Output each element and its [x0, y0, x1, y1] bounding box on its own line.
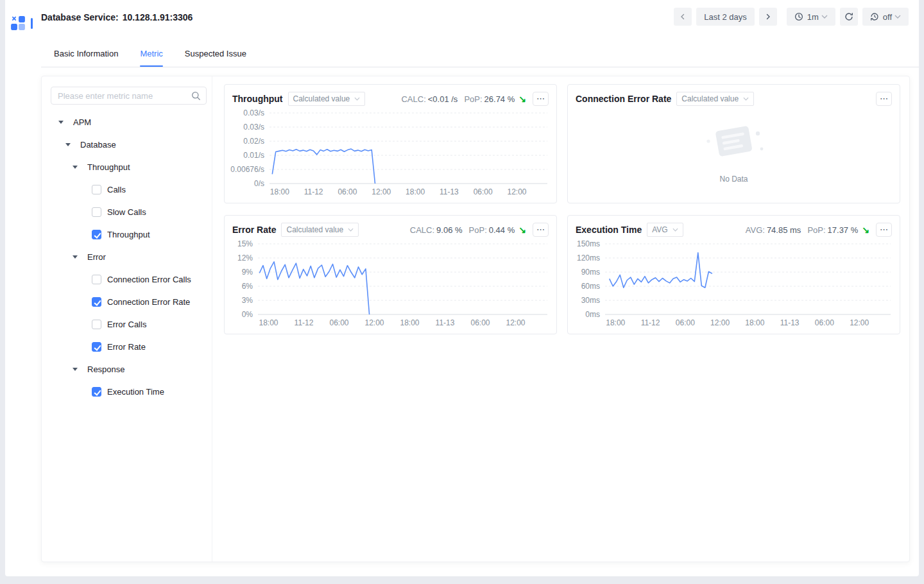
chevron-down-icon [672, 228, 678, 232]
caret-down-icon[interactable] [73, 166, 78, 169]
next-time-button[interactable] [759, 8, 777, 26]
tree-branch-response[interactable]: Response [42, 358, 212, 381]
svg-text:0.00676/s: 0.00676/s [230, 165, 264, 174]
page-title: Database Service:10.128.1.91:3306 [41, 12, 193, 22]
aggregation-select[interactable]: Calculated value [281, 223, 359, 237]
tree-label: Connection Error Calls [107, 275, 191, 284]
tree-item-error-rate[interactable]: Error Rate [42, 336, 212, 358]
svg-text:18:00: 18:00 [606, 318, 625, 327]
caret-down-icon[interactable] [58, 121, 64, 124]
card-header: Throughput Calculated value CALC:<0.01 /… [232, 91, 549, 107]
tree-item-slow-calls[interactable]: Slow Calls [42, 201, 212, 223]
ellipsis-icon: ⋯ [536, 94, 545, 103]
tab-suspected-issue[interactable]: Suspected Issue [185, 41, 246, 67]
tree-branch-apm[interactable]: APM [42, 111, 212, 133]
checkbox-throughput[interactable] [92, 230, 101, 239]
card-title: Throughput [232, 94, 283, 104]
tree-label: Database [80, 140, 116, 150]
chevron-left-icon [679, 13, 687, 21]
tree-item-error-calls[interactable]: Error Calls [42, 313, 212, 336]
svg-text:12:00: 12:00 [372, 187, 391, 196]
card-menu-button[interactable]: ⋯ [876, 223, 892, 237]
card-menu-button[interactable]: ⋯ [533, 223, 549, 237]
chevron-down-icon [894, 15, 901, 19]
card-menu-button[interactable]: ⋯ [533, 92, 549, 106]
tree-label: Connection Error Rate [107, 297, 190, 307]
svg-text:0.01/s: 0.01/s [243, 151, 264, 160]
tab-metric[interactable]: Metric [140, 41, 162, 67]
svg-text:11-13: 11-13 [440, 187, 459, 196]
svg-text:18:00: 18:00 [270, 187, 289, 196]
caret-down-icon[interactable] [73, 368, 78, 371]
chevron-down-icon [348, 228, 354, 232]
auto-refresh-icon [870, 12, 879, 21]
svg-text:06:00: 06:00 [815, 318, 834, 327]
ellipsis-icon: ⋯ [536, 225, 545, 234]
caret-down-icon[interactable] [73, 255, 78, 259]
tree-item-connection-error-rate[interactable]: Connection Error Rate [42, 291, 212, 313]
aggregation-select[interactable]: Calculated value [676, 92, 754, 106]
error-rate-chart: 0%3%6%9%12%15%18:0011-1206:0012:0018:001… [228, 239, 550, 329]
checkbox-slow-calls[interactable] [92, 207, 101, 217]
trend-down-icon: ↘ [518, 94, 526, 104]
tree-label: Error Calls [107, 320, 146, 329]
tree-branch-throughput[interactable]: Throughput [42, 156, 212, 178]
card-header: Connection Error Rate Calculated value ⋯ [576, 91, 892, 107]
card-header: Execution Time AVG AVG:74.85 ms PoP:17.3… [576, 222, 892, 237]
tree-label: APM [73, 117, 91, 127]
tree-label: Calls [107, 185, 126, 194]
tree-branch-database[interactable]: Database [42, 133, 212, 156]
app-logo-icon[interactable] [10, 15, 26, 31]
no-data-illustration [697, 121, 771, 168]
search-input[interactable] [51, 87, 206, 104]
svg-text:0%: 0% [242, 310, 253, 319]
checkbox-execution-time[interactable] [92, 387, 101, 397]
svg-text:11-12: 11-12 [304, 187, 323, 196]
checkbox-connection-error-calls[interactable] [92, 275, 101, 284]
interval-select[interactable]: 1m [787, 8, 835, 26]
caret-down-icon[interactable] [65, 143, 71, 146]
svg-text:06:00: 06:00 [470, 318, 490, 327]
card-header: Error Rate Calculated value CALC:9.06 % … [232, 222, 549, 237]
svg-text:0.02/s: 0.02/s [243, 137, 264, 146]
checkbox-error-calls[interactable] [92, 320, 101, 329]
metric-tree: APMDatabaseThroughputCallsSlow CallsThro… [42, 111, 212, 403]
svg-text:18:00: 18:00 [745, 318, 764, 327]
tree-item-throughput[interactable]: Throughput [42, 223, 212, 246]
chevron-right-icon [764, 13, 772, 21]
refresh-button[interactable] [840, 8, 858, 26]
tree-branch-error[interactable]: Error [42, 246, 212, 268]
auto-refresh-select[interactable]: off [862, 8, 909, 26]
tree-label: Throughput [107, 230, 150, 239]
svg-text:11-12: 11-12 [295, 318, 314, 327]
service-label: Database Service: [41, 12, 119, 22]
tree-label: Slow Calls [107, 207, 146, 217]
tree-label: Error Rate [107, 342, 146, 352]
execution-time-chart: 0ms30ms60ms90ms120ms150ms18:0011-1206:00… [572, 239, 893, 329]
checkbox-calls[interactable] [92, 185, 101, 194]
tree-item-connection-error-calls[interactable]: Connection Error Calls [42, 268, 212, 291]
svg-text:12:00: 12:00 [507, 187, 526, 196]
svg-text:3%: 3% [242, 296, 253, 305]
tree-item-calls[interactable]: Calls [42, 178, 212, 201]
aggregation-select[interactable]: AVG [647, 223, 683, 237]
prev-time-button[interactable] [674, 8, 692, 26]
checkbox-error-rate[interactable] [92, 342, 101, 352]
time-range-button[interactable]: Last 2 days [696, 8, 755, 26]
throughput-chart: 0/s0.00676/s0.01/s0.02/s0.03/s0.03/s18:0… [228, 108, 550, 198]
card-menu-button[interactable]: ⋯ [876, 92, 892, 106]
card-title: Error Rate [232, 225, 276, 235]
aggregation-select[interactable]: Calculated value [288, 92, 366, 106]
svg-text:0ms: 0ms [585, 310, 600, 319]
charts-grid: Throughput Calculated value CALC:<0.01 /… [224, 84, 900, 334]
search-icon[interactable] [191, 91, 201, 101]
tab-basic-information[interactable]: Basic Information [54, 41, 118, 67]
no-data-state: No Data [568, 107, 900, 198]
svg-text:15%: 15% [237, 239, 253, 248]
logo-divider [31, 18, 33, 29]
checkbox-connection-error-rate[interactable] [92, 297, 101, 307]
tree-item-execution-time[interactable]: Execution Time [42, 381, 212, 403]
svg-text:11-13: 11-13 [780, 318, 800, 327]
card-stats: CALC:9.06 % PoP:0.44 % ↘ [410, 225, 526, 235]
metric-card-execution-time: Execution Time AVG AVG:74.85 ms PoP:17.3… [567, 215, 900, 334]
